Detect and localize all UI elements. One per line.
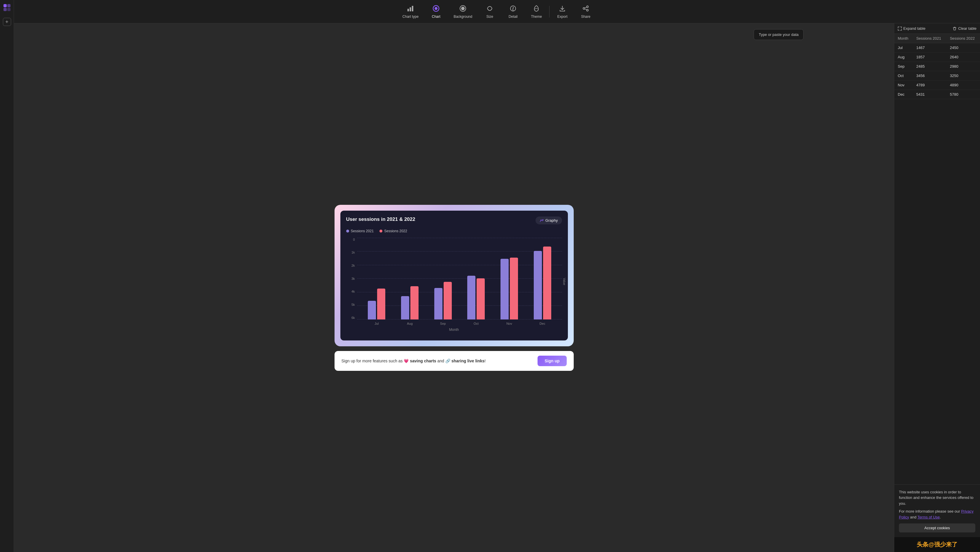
toolbar-share[interactable]: Share <box>574 2 597 21</box>
svg-point-14 <box>583 8 585 10</box>
toolbar-theme[interactable]: Theme <box>525 2 548 21</box>
bar-2021-dec <box>534 251 542 320</box>
bars-container <box>357 238 562 320</box>
table-row[interactable]: Oct34563250 <box>894 71 980 81</box>
col-sessions-2021: Sessions 2021 <box>913 34 946 43</box>
graphy-badge-label: Graphy <box>546 218 558 223</box>
y-label-1k: 1k <box>346 251 355 254</box>
bar-2021-aug <box>401 296 409 320</box>
x-label-dec: Dec <box>534 322 551 325</box>
svg-rect-4 <box>407 9 409 11</box>
x-label-oct: Oct <box>467 322 485 325</box>
svg-rect-1 <box>7 4 11 7</box>
col-month: Month <box>894 34 913 43</box>
table-cell: 1467 <box>913 43 946 52</box>
content: Type or paste your data User sessions in… <box>14 23 980 552</box>
toolbar-background[interactable]: Background <box>448 2 478 21</box>
bar-2022-dec <box>543 247 551 320</box>
bar-group-dec <box>534 247 551 320</box>
y-axis: 6k 5k 4k 3k 2k 1k 0 <box>346 238 355 325</box>
accept-cookies-button[interactable]: Accept cookies <box>899 523 975 533</box>
toolbar-chart-type[interactable]: Chart type <box>397 2 425 21</box>
table-cell: 4890 <box>947 81 980 90</box>
legend-dot-blue <box>346 230 349 232</box>
table-cell: 2980 <box>947 62 980 71</box>
toolbar-theme-label: Theme <box>531 14 542 19</box>
toolbar-detail-label: Detail <box>509 14 518 19</box>
cookie-text-1: This website uses cookies in order to fu… <box>899 489 975 506</box>
y-axis-title: Value <box>563 278 566 285</box>
clear-table-button[interactable]: Clear table <box>953 26 977 31</box>
table-row[interactable]: Aug18572640 <box>894 52 980 62</box>
signup-banner: Sign up for more features such as 💗 savi… <box>334 351 574 371</box>
col-sessions-2022: Sessions 2022 <box>947 34 980 43</box>
bar-2021-oct <box>467 276 476 320</box>
table-cell: Nov <box>894 81 913 90</box>
x-label-sep: Sep <box>434 322 452 325</box>
expand-table-button[interactable]: Expand table <box>898 26 926 31</box>
theme-icon <box>533 5 540 13</box>
chart-legend: Sessions 2021 Sessions 2022 <box>346 229 562 233</box>
chart-body: 6k 5k 4k 3k 2k 1k 0 <box>346 238 562 325</box>
watermark: 头条@强少来了 <box>894 537 980 552</box>
share-icon <box>582 5 589 13</box>
add-button[interactable]: + <box>3 18 11 26</box>
table-row[interactable]: Sep24852980 <box>894 62 980 71</box>
table-cell: Jul <box>894 43 913 52</box>
x-label-aug: Aug <box>401 322 418 325</box>
table-cell: 2485 <box>913 62 946 71</box>
bar-2021-sep <box>434 288 442 320</box>
svg-rect-3 <box>7 8 11 11</box>
terms-link[interactable]: Terms of Use <box>917 515 940 519</box>
app-logo <box>3 3 11 13</box>
table-row[interactable]: Dec54315780 <box>894 90 980 99</box>
table-cell: 2450 <box>947 43 980 52</box>
bar-group-oct <box>467 276 485 320</box>
x-labels: JulAugSepOctNovDec <box>357 322 562 325</box>
table-cell: 3456 <box>913 71 946 81</box>
detail-icon <box>509 5 517 13</box>
bar-group-jul <box>368 288 385 320</box>
toolbar-chart[interactable]: Chart <box>425 2 448 21</box>
table-cell: Aug <box>894 52 913 62</box>
background-icon <box>459 5 467 13</box>
bar-2021-jul <box>368 301 376 320</box>
toolbar-size[interactable]: Size <box>478 2 501 21</box>
chart-type-icon <box>407 5 414 13</box>
table-row[interactable]: Jul14672450 <box>894 43 980 52</box>
bar-2022-aug <box>410 286 418 320</box>
chart-header: User sessions in 2021 & 2022 Graphy <box>346 216 562 224</box>
cookie-banner: This website uses cookies in order to fu… <box>894 484 980 538</box>
svg-point-12 <box>513 10 514 11</box>
table-cell: 5431 <box>913 90 946 99</box>
svg-rect-6 <box>412 6 413 11</box>
export-icon <box>558 5 566 13</box>
toolbar-share-label: Share <box>581 14 590 19</box>
svg-point-15 <box>587 10 588 11</box>
panel-toolbar: Expand table Clear table <box>894 23 980 34</box>
table-row[interactable]: Nov47894890 <box>894 81 980 90</box>
cookie-text-2: For more information please see our Priv… <box>899 509 975 520</box>
table-cell: 4789 <box>913 81 946 90</box>
toolbar-export[interactable]: Export <box>550 2 574 21</box>
svg-rect-0 <box>3 4 7 7</box>
size-icon <box>486 5 493 13</box>
toolbar-chart-label: Chart <box>432 14 440 19</box>
x-label-jul: Jul <box>368 322 385 325</box>
chart-title: User sessions in 2021 & 2022 <box>346 216 415 222</box>
data-hint[interactable]: Type or paste your data <box>754 29 803 40</box>
bar-group-sep <box>434 282 452 320</box>
bar-2022-sep <box>444 282 452 320</box>
toolbar-detail[interactable]: Detail <box>501 2 525 21</box>
expand-table-label: Expand table <box>903 26 926 31</box>
toolbar: Chart type Chart Background <box>14 0 980 23</box>
signup-button[interactable]: Sign up <box>538 356 566 366</box>
toolbar-chart-type-label: Chart type <box>402 14 418 19</box>
table-cell: Dec <box>894 90 913 99</box>
main-area: Chart type Chart Background <box>14 0 980 552</box>
data-table: Month Sessions 2021 Sessions 2022 Jul146… <box>894 34 980 484</box>
table-cell: Oct <box>894 71 913 81</box>
legend-dot-pink <box>379 230 382 232</box>
toolbar-size-label: Size <box>487 14 493 19</box>
legend-label-2022: Sessions 2022 <box>384 229 407 233</box>
